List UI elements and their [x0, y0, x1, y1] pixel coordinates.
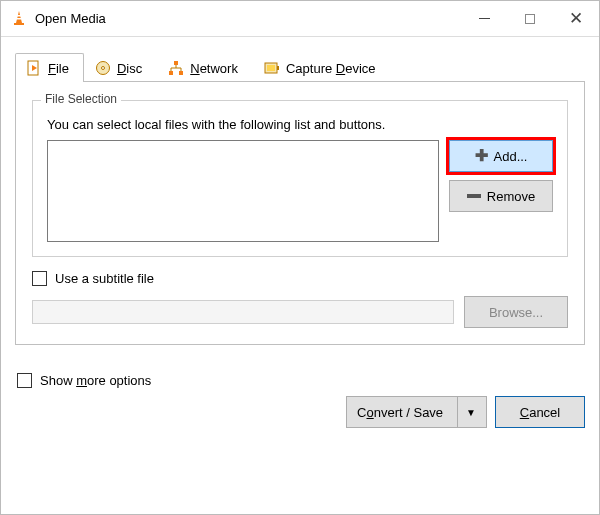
browse-button: Browse...	[464, 296, 568, 328]
remove-button-label: Remove	[487, 189, 535, 204]
convert-save-dropdown[interactable]: ▼	[457, 397, 484, 427]
svg-point-7	[101, 67, 104, 70]
file-selection-instruction: You can select local files with the foll…	[47, 117, 553, 132]
remove-button[interactable]: Remove	[449, 180, 553, 212]
network-icon	[168, 60, 184, 76]
window-controls: ✕	[461, 1, 599, 36]
cancel-button-label: Cancel	[520, 405, 560, 420]
add-button[interactable]: ✚ Add...	[449, 140, 553, 172]
add-button-label: Add...	[494, 149, 528, 164]
file-selection-group: File Selection You can select local file…	[32, 100, 568, 257]
svg-rect-3	[14, 23, 24, 25]
show-more-options-label: Show more options	[40, 373, 151, 388]
title-bar: Open Media ✕	[1, 1, 599, 37]
disc-icon	[95, 60, 111, 76]
dialog-footer: Convert / Save ▼ Cancel	[15, 396, 585, 428]
file-selection-label: File Selection	[41, 92, 121, 106]
plus-icon: ✚	[475, 148, 488, 164]
svg-rect-13	[277, 66, 279, 70]
tab-capture-label: Capture Device	[286, 61, 376, 76]
svg-rect-10	[179, 71, 183, 75]
chevron-down-icon: ▼	[466, 407, 476, 418]
minus-icon	[467, 194, 481, 198]
file-tab-panel: File Selection You can select local file…	[15, 82, 585, 345]
media-tabs: File Disc Network Capture Device	[15, 49, 585, 82]
svg-rect-1	[17, 15, 21, 17]
svg-marker-0	[16, 11, 22, 23]
use-subtitle-label: Use a subtitle file	[55, 271, 154, 286]
maximize-button[interactable]	[507, 1, 553, 36]
tab-network[interactable]: Network	[157, 53, 253, 82]
tab-disc-label: Disc	[117, 61, 142, 76]
vlc-cone-icon	[11, 10, 27, 28]
tab-file[interactable]: File	[15, 53, 84, 82]
svg-rect-12	[267, 65, 275, 71]
close-button[interactable]: ✕	[553, 1, 599, 36]
minimize-button[interactable]	[461, 1, 507, 36]
convert-save-label: Convert / Save	[357, 405, 443, 420]
capture-device-icon	[264, 60, 280, 76]
tab-file-label: File	[48, 61, 69, 76]
svg-rect-9	[169, 71, 173, 75]
svg-rect-8	[174, 61, 178, 65]
show-more-options-checkbox[interactable]	[17, 373, 32, 388]
use-subtitle-checkbox[interactable]	[32, 271, 47, 286]
browse-button-label: Browse...	[489, 305, 543, 320]
file-list[interactable]	[47, 140, 439, 242]
window-title: Open Media	[11, 10, 461, 28]
convert-save-button[interactable]: Convert / Save ▼	[346, 396, 487, 428]
tab-network-label: Network	[190, 61, 238, 76]
tab-capture-device[interactable]: Capture Device	[253, 53, 391, 82]
svg-rect-2	[17, 18, 22, 20]
show-more-options-row[interactable]: Show more options	[15, 373, 585, 388]
file-icon	[26, 60, 42, 76]
use-subtitle-checkbox-row[interactable]: Use a subtitle file	[32, 271, 568, 286]
tab-disc[interactable]: Disc	[84, 53, 157, 82]
cancel-button[interactable]: Cancel	[495, 396, 585, 428]
subtitle-path-input	[32, 300, 454, 324]
window-title-text: Open Media	[35, 12, 106, 25]
